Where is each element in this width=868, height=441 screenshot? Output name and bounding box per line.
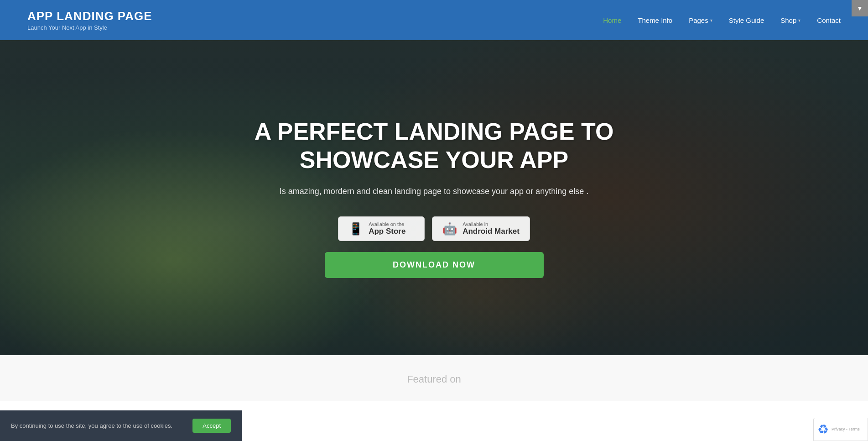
store-buttons: 📱 Available on the App Store 🤖 Available… <box>252 216 617 241</box>
android-icon: 🤖 <box>442 222 457 236</box>
featured-label: Featured on <box>407 373 461 385</box>
brand: APP LANDING PAGE Launch Your Next App in… <box>27 9 152 31</box>
apple-icon: 📱 <box>348 222 363 236</box>
nav-home[interactable]: Home <box>603 16 621 24</box>
hero-subtitle: Is amazing, mordern and clean landing pa… <box>252 185 617 198</box>
brand-subtitle: Launch Your Next App in Style <box>27 24 152 31</box>
nav-theme-info[interactable]: Theme Info <box>638 16 672 24</box>
shop-chevron-icon: ▾ <box>798 18 800 23</box>
android-market-button[interactable]: 🤖 Available in Android Market <box>432 216 530 241</box>
android-label: Available in <box>463 221 520 227</box>
chevron-down-icon: ▼ <box>857 5 863 12</box>
pages-chevron-icon: ▾ <box>710 18 712 23</box>
app-store-name: App Store <box>369 227 405 236</box>
android-name: Android Market <box>463 227 520 236</box>
brand-title: APP LANDING PAGE <box>27 9 152 23</box>
download-now-button[interactable]: DOWNLOAD NOW <box>325 252 544 278</box>
featured-section: Featured on <box>0 355 868 401</box>
hero-section: A PERFECT LANDING PAGE TO SHOWCASE YOUR … <box>0 40 868 355</box>
main-nav: Home Theme Info Pages ▾ Style Guide Shop… <box>603 16 841 24</box>
nav-pages[interactable]: Pages ▾ <box>689 16 712 24</box>
hero-content: A PERFECT LANDING PAGE TO SHOWCASE YOUR … <box>252 117 617 278</box>
nav-shop[interactable]: Shop ▾ <box>780 16 800 24</box>
header: APP LANDING PAGE Launch Your Next App in… <box>0 0 868 40</box>
app-store-label: Available on the <box>369 221 405 227</box>
corner-toggle-button[interactable]: ▼ <box>852 0 868 16</box>
hero-title: A PERFECT LANDING PAGE TO SHOWCASE YOUR … <box>252 117 617 174</box>
app-store-button[interactable]: 📱 Available on the App Store <box>338 216 425 241</box>
nav-style-guide[interactable]: Style Guide <box>729 16 764 24</box>
nav-contact[interactable]: Contact <box>817 16 841 24</box>
